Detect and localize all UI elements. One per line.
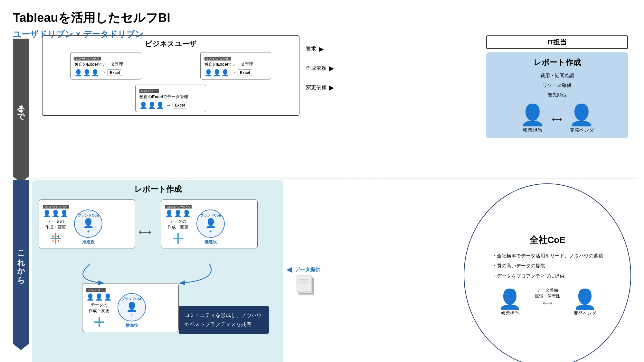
svg-rect-7 [58,240,59,242]
brand-coe-label: ブランドCoE [78,213,99,218]
brand-top-row: LOWRYS FARM 独自のExcelでデータ管理 👤 👤 👤 → Excel [47,52,294,79]
request-arrows: 要求 ▶ 作成依頼 ▶ 変更依頼 ▶ [306,45,348,91]
user-icon: 👤 [52,209,60,217]
svg-rect-16 [99,317,100,321]
svg-rect-0 [55,233,56,238]
tableau-svg2 [172,232,185,245]
user-icon: 👤 [174,209,182,217]
req-arrow-1: ▶ [319,45,324,53]
it-report-title: レポート作成 [493,57,621,68]
user-icon: 👤 [213,69,221,77]
svg-rect-18 [94,321,99,323]
excel-box: Excel [108,70,122,76]
data-arrow-left: ◀ [287,265,292,274]
side-label-bottom: これから [13,180,29,344]
community-box: コミュニティを形成し、ノウハウやベストプラクティスを共有 [179,306,269,334]
coe-person-icon2: 👤 [205,218,216,228]
section-top: ビジネスユーザ LOWRYS FARM 独自のExcelでデータ管理 👤 👤 👤 [32,35,638,177]
global-users: 👤 👤 👤 [204,69,229,77]
brand-coe-circle2: ブランドCoE 👤 ＋ [196,209,225,238]
it-person1-label: 帳票担当 [520,127,545,133]
tableau-icon3 [93,316,106,329]
svg-point-10 [55,237,57,239]
user-icon: 👤 [139,101,147,109]
user-icon: 👤 [156,101,164,109]
lowrys-desc: 独自のExcelでデータ管理 [74,61,137,67]
arrow-icon: → [101,70,106,76]
coe-person-icon: 👤 [83,218,94,228]
side-label-top: 今まで [13,39,29,177]
svg-rect-12 [177,239,179,244]
brand-box-niko-top: niko and ... 独自のExcelでデータ管理 👤 👤 👤 → Exce… [135,85,206,112]
user-icon: 👤 [183,209,191,217]
page-title: Tableauを活用したセルフBI [13,10,631,26]
it-person2-label: 開発ベンダ [569,127,594,133]
global-coe-circle: ブランドCoE 👤 ＋ 推進役 [194,209,227,245]
svg-rect-19 [100,321,104,323]
coe-double-arrow: ⟷ [535,299,560,307]
coe-large-points: ・全社横串でデータ活用をリード、ノウハウの蓄積 ・質の高いデータの提供 ・データ… [482,251,613,281]
tableau-svg [49,232,62,245]
coe-bottom-persons: 👤 帳票担当 データ整備 拡張・保守性 ⟷ 👤 開発ベンダ [498,287,597,316]
niko-tag: niko and ... [139,89,159,93]
brand-box-global-bottom: GLOBAL WORK 👤 👤 👤 データの作成・変更 [161,200,258,248]
coe-orange-icon: 👤 [573,288,597,311]
user-icon: 👤 [91,69,99,77]
lowrys-bottom-tag: LOWRYS FARM [43,205,69,209]
tableau-icon [49,232,62,245]
niko-bottom-left: 👤 👤 👤 データの作成・変更 [86,293,112,329]
req-label-3: 変更依頼 [306,84,327,91]
coe-role-label3: 推進役 [116,323,148,329]
svg-point-15 [177,237,179,239]
coe-blue-icon: 👤 [498,288,522,311]
user-icon: 👤 [95,293,103,301]
biz-user-box: ビジネスユーザ LOWRYS FARM 独自のExcelでデータ管理 👤 👤 👤 [42,35,299,116]
user-icon: 👤 [43,209,51,217]
coe-person-orange: 👤 開発ベンダ [573,288,597,316]
it-section: IT担当 レポート作成 費用・期間確認 リソース確保 優先順位 👤 帳票担当 ⟷ [486,35,628,138]
content-area: ビジネスユーザ LOWRYS FARM 独自のExcelでデータ管理 👤 👤 👤 [32,35,638,359]
svg-rect-23 [297,275,311,292]
arrow-icon: → [166,102,171,108]
svg-rect-14 [179,238,183,239]
lowrys-bottom-inner: 👤 👤 👤 データの作成・変更 [43,209,131,245]
global-bottom-tag: GLOBAL WORK [165,205,192,209]
coe-person-blue: 👤 帳票担当 [498,288,522,316]
svg-rect-17 [99,323,100,327]
req-label-1: 要求 [306,46,316,52]
lowrys-tag: LOWRYS FARM [74,57,101,60]
it-person-orange: 👤 開発ベンダ [569,103,594,133]
user-icon: 👤 [74,69,82,77]
tableau-icon2 [172,232,185,245]
global-desc: 独自のExcelでデータ管理 [204,61,267,67]
data-change-label2: データの作成・変更 [165,218,191,230]
user-icon: 👤 [204,69,213,77]
excel-box: Excel [238,70,252,76]
section-bottom: レポート作成 LOWRYS FARM 👤 👤 👤 データの作成・変更 [32,180,638,362]
svg-rect-9 [52,236,54,237]
user-icon: 👤 [165,209,173,217]
data-provide-section: ◀ データ提供 [287,265,320,274]
arrow-icon: → [231,70,236,76]
svg-rect-8 [57,236,59,237]
req-label-2: 作成依頼 [306,65,327,72]
brand-coe-circle: ブランドCoE 👤 ＋ [74,209,102,238]
niko-users: 👤 👤 👤 [139,101,164,109]
coe-plus: ＋ [86,228,90,234]
brand-box-global-top: GLOBAL WORK 独自のExcelでデータ管理 👤 👤 👤 → Excel [200,52,271,79]
global-tag: GLOBAL WORK [204,57,231,60]
lowrys-coe-circle: ブランドCoE 👤 ＋ 推進役 [72,209,104,245]
niko-flow: 👤 👤 👤 → Excel [139,101,202,109]
it-person-blue: 👤 帳票担当 [520,103,545,133]
it-report-details: 費用・期間確認 リソース確保 優先順位 [493,71,621,100]
brand-box-lowrys-top: LOWRYS FARM 独自のExcelでデータ管理 👤 👤 👤 → Excel [70,52,141,79]
req-arrow-2: ▶ [329,64,334,72]
it-content-box: レポート作成 費用・期間確認 リソース確保 優先順位 👤 帳票担当 ⟷ � [486,52,628,138]
coe-person2-label: 開発ベンダ [573,311,597,316]
bottom-report-title: レポート作成 [32,184,283,194]
coe-plus3: ＋ [129,312,134,318]
user-icon: 👤 [104,293,112,301]
person-orange-icon: 👤 [569,103,594,127]
global-bottom-inner: 👤 👤 👤 データの作成・変更 [165,209,253,245]
person-blue-icon: 👤 [520,103,545,127]
